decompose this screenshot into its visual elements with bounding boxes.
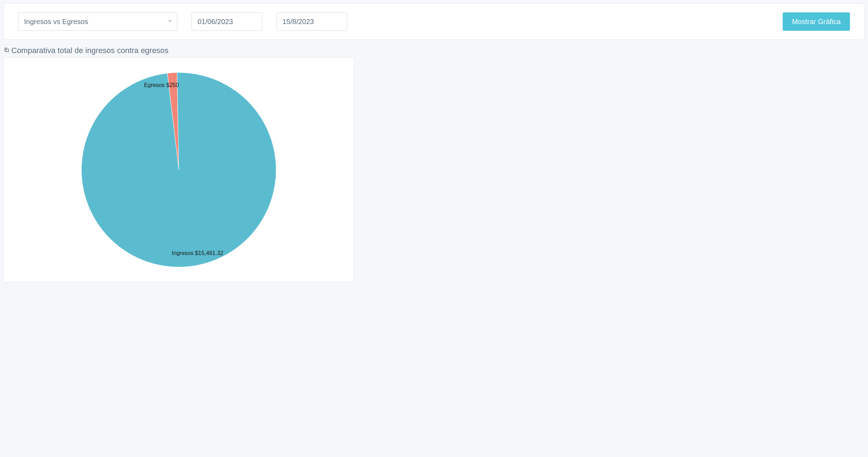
chart-card: Egresos $250Ingresos $15,461.32 bbox=[4, 57, 354, 282]
slice-label-ingresos: Ingresos $15,461.32 bbox=[172, 250, 223, 256]
pie-chart bbox=[80, 71, 278, 269]
chart-section: Comparativa total de ingresos contra egr… bbox=[4, 44, 864, 282]
show-chart-button[interactable]: Mostrar Gráfica bbox=[783, 12, 850, 31]
report-type-select[interactable] bbox=[18, 12, 177, 31]
pie-slice-ingresos bbox=[81, 73, 276, 267]
date-start-input[interactable] bbox=[192, 12, 262, 31]
date-end-input[interactable] bbox=[276, 12, 347, 31]
report-type-select-wrapper bbox=[18, 12, 177, 31]
files-icon bbox=[4, 47, 10, 54]
chart-title-row: Comparativa total de ingresos contra egr… bbox=[4, 44, 864, 57]
chart-title: Comparativa total de ingresos contra egr… bbox=[11, 46, 169, 55]
filter-bar: Mostrar Gráfica bbox=[4, 4, 864, 40]
slice-label-egresos: Egresos $250 bbox=[144, 82, 179, 88]
